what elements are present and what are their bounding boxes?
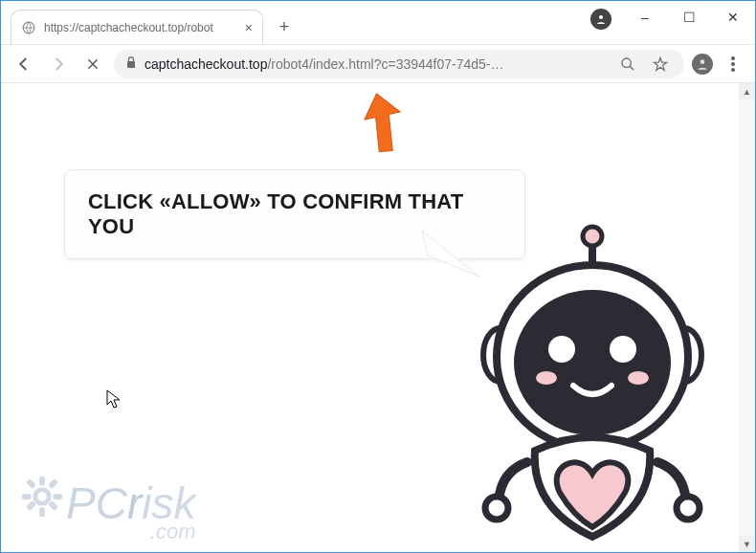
- url-domain: captchacheckout.top: [145, 56, 267, 72]
- mouse-cursor-icon: [106, 389, 122, 412]
- scroll-up-button[interactable]: ▲: [739, 83, 755, 100]
- svg-rect-26: [48, 500, 58, 511]
- watermark-brand: PCrisk: [66, 484, 195, 523]
- svg-rect-23: [22, 494, 32, 499]
- svg-rect-21: [39, 476, 45, 486]
- new-tab-button[interactable]: +: [271, 13, 298, 40]
- url-text: captchacheckout.top/robot4/index.html?c=…: [145, 56, 608, 72]
- svg-rect-25: [26, 478, 36, 489]
- back-button[interactable]: [11, 51, 37, 77]
- profile-avatar-icon[interactable]: [692, 54, 713, 75]
- browser-toolbar: captchacheckout.top/robot4/index.html?c=…: [1, 45, 755, 83]
- svg-rect-28: [26, 500, 36, 511]
- scroll-down-button[interactable]: ▼: [739, 536, 755, 552]
- svg-point-17: [628, 371, 649, 385]
- window-controls: – ☐ ✕: [623, 1, 755, 33]
- orange-arrow-annotation: [345, 89, 412, 166]
- svg-point-18: [485, 497, 508, 520]
- url-path: /robot4/index.html?c=33944f07-74d5-…: [267, 56, 503, 72]
- lock-icon: [125, 55, 137, 72]
- tab-close-button[interactable]: ×: [245, 20, 253, 35]
- vertical-scrollbar[interactable]: ▲ ▼: [739, 83, 755, 552]
- svg-point-16: [536, 371, 557, 385]
- svg-point-5: [731, 56, 735, 60]
- watermark-com: .com: [66, 520, 195, 544]
- close-window-button[interactable]: ✕: [711, 1, 755, 33]
- svg-point-19: [677, 497, 700, 520]
- svg-point-13: [514, 290, 671, 435]
- kebab-menu-icon[interactable]: [721, 52, 745, 77]
- globe-icon: [21, 20, 36, 35]
- svg-point-14: [548, 336, 575, 363]
- titlebar: https://captchacheckout.top/robot × + – …: [1, 1, 755, 45]
- watermark: PCrisk .com: [20, 475, 195, 544]
- titlebar-profile-icon[interactable]: [590, 9, 611, 30]
- svg-rect-2: [127, 61, 135, 68]
- browser-tab[interactable]: https://captchacheckout.top/robot ×: [11, 10, 263, 44]
- tab-title: https://captchacheckout.top/robot: [44, 21, 237, 34]
- maximize-button[interactable]: ☐: [667, 1, 711, 33]
- gear-icon: [20, 475, 64, 519]
- stop-reload-button[interactable]: [79, 51, 106, 77]
- address-bar[interactable]: captchacheckout.top/robot4/index.html?c=…: [114, 50, 684, 78]
- svg-point-3: [622, 58, 631, 67]
- minimize-button[interactable]: –: [623, 1, 667, 33]
- search-in-page-icon[interactable]: [615, 52, 640, 77]
- svg-rect-27: [48, 478, 58, 489]
- svg-rect-24: [54, 494, 63, 499]
- svg-point-7: [731, 68, 735, 72]
- robot-illustration: [468, 223, 717, 552]
- svg-point-29: [37, 492, 47, 501]
- forward-button[interactable]: [45, 51, 72, 77]
- svg-point-6: [731, 62, 735, 66]
- svg-point-8: [583, 227, 602, 246]
- svg-rect-22: [39, 507, 45, 517]
- page-content: CLICK «ALLOW» TO CONFIRM THAT YOU: [1, 83, 755, 552]
- svg-point-1: [599, 15, 603, 19]
- bookmark-star-icon[interactable]: [648, 52, 673, 77]
- svg-point-15: [610, 336, 636, 363]
- svg-point-4: [700, 59, 705, 64]
